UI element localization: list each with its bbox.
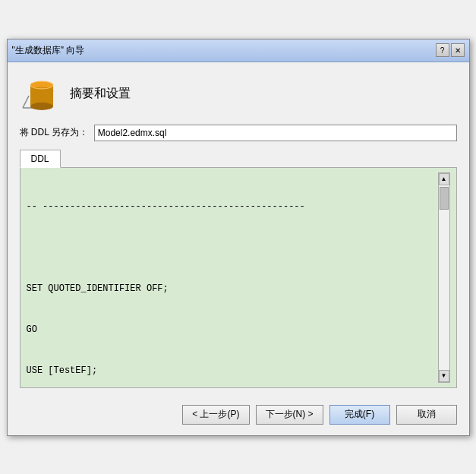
help-button[interactable]: ? bbox=[436, 43, 449, 57]
file-field-row: 将 DDL 另存为： bbox=[20, 125, 457, 141]
svg-point-5 bbox=[30, 103, 53, 110]
code-line-1 bbox=[27, 241, 438, 254]
code-line-2: SET QUOTED_IDENTIFIER OFF; bbox=[27, 282, 438, 295]
title-bar: "生成数据库" 向导 ? ✕ bbox=[8, 40, 469, 62]
code-line-0: -- -------------------------------------… bbox=[27, 200, 438, 213]
scroll-down-button[interactable]: ▼ bbox=[439, 370, 449, 382]
dialog-content: 摘要和设置 将 DDL 另存为： DDL -- ----------------… bbox=[8, 62, 469, 397]
file-field-label: 将 DDL 另存为： bbox=[20, 126, 88, 139]
finish-button[interactable]: 完成(F) bbox=[329, 405, 390, 425]
title-bar-buttons: ? ✕ bbox=[436, 43, 465, 57]
header-section: 摘要和设置 bbox=[20, 74, 457, 114]
code-panel: -- -------------------------------------… bbox=[20, 168, 457, 388]
header-title: 摘要和设置 bbox=[70, 86, 131, 102]
database-icon bbox=[20, 74, 59, 114]
tab-ddl[interactable]: DDL bbox=[20, 150, 61, 168]
scroll-up-button[interactable]: ▲ bbox=[439, 173, 449, 185]
code-content[interactable]: -- -------------------------------------… bbox=[27, 172, 438, 383]
title-bar-text: "生成数据库" 向导 bbox=[12, 44, 85, 57]
file-field-input[interactable] bbox=[94, 125, 457, 141]
code-line-3: GO bbox=[27, 323, 438, 337]
dialog-window: "生成数据库" 向导 ? ✕ bbox=[7, 39, 470, 436]
svg-line-0 bbox=[23, 96, 29, 108]
back-button[interactable]: < 上一步(P) bbox=[182, 405, 249, 425]
scroll-thumb[interactable] bbox=[440, 187, 449, 210]
cancel-button[interactable]: 取消 bbox=[396, 405, 457, 425]
footer: < 上一步(P) 下一步(N) > 完成(F) 取消 bbox=[8, 397, 469, 435]
tab-bar: DDL bbox=[20, 149, 457, 168]
code-line-4: USE [TestEF]; bbox=[27, 364, 438, 378]
scrollbar[interactable]: ▲ ▼ bbox=[438, 172, 450, 383]
next-button[interactable]: 下一步(N) > bbox=[256, 405, 323, 425]
close-button[interactable]: ✕ bbox=[451, 43, 465, 57]
